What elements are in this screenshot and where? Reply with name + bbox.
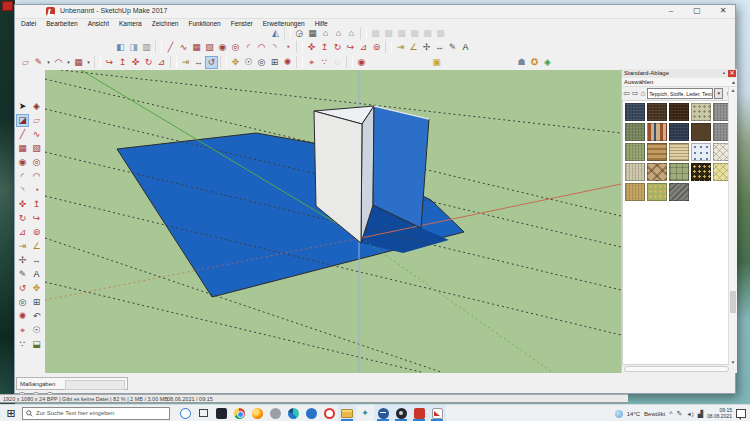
taskbar-media-player-icon[interactable] [392, 405, 410, 421]
material-swatch-carpet-navy-2[interactable] [669, 123, 689, 141]
arc-tool-icon[interactable]: ◜ [16, 170, 29, 183]
tray-chevron-icon[interactable]: ^ [669, 410, 672, 417]
desktop-icon-partial[interactable] [2, 1, 13, 11]
circle-tool-icon[interactable]: ◉ [16, 156, 29, 169]
material-swatch-carpet-gold[interactable] [625, 183, 645, 201]
move-tool-icon[interactable]: ✜ [129, 56, 142, 69]
push-pull-tool-icon[interactable]: ↥ [318, 41, 331, 54]
material-swatch-carpet-navy[interactable] [625, 103, 645, 121]
rectangle-tool-icon[interactable]: ▦ [190, 41, 203, 54]
close-panel-icon[interactable]: ✕ [728, 70, 736, 77]
material-swatch-leather-brown[interactable] [691, 123, 711, 141]
home-icon[interactable]: ⌂ [640, 89, 645, 98]
walk-tool-icon[interactable]: ∵ [16, 338, 29, 351]
pie-tool-icon[interactable]: ◔ [30, 184, 43, 197]
menu-kamera[interactable]: Kamera [115, 20, 146, 27]
material-swatch-fabric-teal-zigzag[interactable] [669, 183, 689, 201]
line-tool-icon[interactable]: ╱ [164, 41, 177, 54]
three-point-arc-tool-icon[interactable]: ◝ [16, 184, 29, 197]
speaker-icon[interactable]: ◄) [686, 411, 693, 417]
zoom-window-tool-icon[interactable]: ⊞ [30, 296, 43, 309]
shadows-icon[interactable]: ◭ [269, 27, 282, 40]
dimension-tool-icon[interactable]: ↔ [30, 254, 43, 267]
menu-bearbeiten[interactable]: Bearbeiten [42, 20, 81, 27]
text3d-tool-icon[interactable]: A [459, 41, 472, 54]
orbit-tool-icon[interactable]: ↺ [205, 56, 218, 69]
minimize-button[interactable]: – [665, 6, 677, 15]
text-tool-icon[interactable]: ✎ [446, 41, 459, 54]
rectangle-tool-icon[interactable]: ▦ [16, 142, 29, 155]
menu-fenster[interactable]: Fenster [227, 20, 257, 27]
taskbar-edge-icon[interactable] [284, 405, 302, 421]
close-button[interactable]: ✕ [717, 6, 729, 15]
taskbar-app-gray-icon[interactable] [266, 405, 284, 421]
dimension-tool-icon[interactable]: ↔ [192, 56, 205, 69]
paint-bucket-tool-icon[interactable]: ◪ [16, 114, 29, 127]
taskbar-firefox-icon[interactable] [248, 405, 266, 421]
action-center-icon[interactable] [736, 409, 746, 418]
line-tool-icon[interactable]: ✎ [32, 56, 45, 69]
dimension-tool-icon[interactable]: ↔ [433, 41, 446, 54]
view-top-icon[interactable]: ▦ [306, 27, 319, 40]
model-info-icon[interactable]: ▣ [430, 56, 443, 69]
material-swatch-wicker-tan[interactable] [647, 143, 667, 161]
collapse-icon[interactable]: ▴ [732, 78, 735, 85]
polygon-tool-icon[interactable]: ◎ [30, 156, 43, 169]
materials-vertical-scrollbar[interactable]: ▲ ▼ [728, 87, 737, 365]
taskbar-app-blue-icon[interactable] [302, 405, 320, 421]
material-swatch-fabric-stripes-multi[interactable] [647, 123, 667, 141]
extension-gem-icon[interactable]: ◈ [541, 56, 554, 69]
warehouse-shield-icon[interactable]: ☗ [515, 56, 528, 69]
back-arrow-icon[interactable]: ⇦ [623, 89, 630, 98]
start-button[interactable]: ⊞ [0, 405, 22, 421]
arc-dropdown-icon[interactable]: ▾ [65, 56, 72, 69]
scale-tool-icon[interactable]: ⊿ [357, 41, 370, 54]
zoom-tool-icon[interactable]: ◎ [255, 56, 268, 69]
view-iso-icon[interactable]: ◶ [293, 27, 306, 40]
orbit-tool-icon[interactable]: ↺ [16, 282, 29, 295]
materials-select-tab[interactable]: Auswählen ▴ [622, 78, 737, 87]
measurements-input[interactable] [65, 380, 125, 390]
pen-icon[interactable]: ✎ [676, 410, 682, 418]
material-swatch-fabric-sage-squares[interactable] [669, 163, 689, 181]
follow-me-tool-icon[interactable]: ↪ [103, 56, 116, 69]
eraser-tool-icon[interactable]: ▱ [30, 114, 43, 127]
material-swatch-carpet-green[interactable] [625, 123, 645, 141]
follow-me-tool-icon[interactable]: ↪ [30, 212, 43, 225]
rotated-rectangle-tool-icon[interactable]: ▧ [203, 41, 216, 54]
material-collection-dropdown[interactable]: Teppich, Stoffe, Leder, Text [647, 88, 713, 99]
offset-tool-icon[interactable]: ⊚ [30, 226, 43, 239]
arc-tool-icon[interactable]: ◜ [242, 41, 255, 54]
two-point-arc-tool-icon[interactable]: ◠ [30, 170, 43, 183]
taskbar-app-dark-icon[interactable] [212, 405, 230, 421]
two-point-arc-tool-icon[interactable]: ◠ [255, 41, 268, 54]
zoom-extents-tool-icon[interactable]: ✺ [281, 56, 294, 69]
material-swatch-fabric-sage-pattern[interactable] [691, 103, 711, 121]
tape-measure-tool-icon[interactable]: ⇥ [179, 56, 192, 69]
material-swatch-fabric-green-dots[interactable] [647, 183, 667, 201]
scroll-up-icon[interactable]: ▲ [729, 87, 737, 93]
circle-tool-icon[interactable]: ◉ [216, 41, 229, 54]
forward-arrow-icon[interactable]: ⇨ [632, 89, 639, 98]
offset-tool-icon[interactable]: ⊚ [370, 41, 383, 54]
pin-icon[interactable]: ▪ [723, 70, 725, 76]
weather-icon[interactable] [615, 410, 623, 418]
look-around-tool-icon[interactable]: ☉ [242, 56, 255, 69]
view-front-icon[interactable]: ⌂ [319, 27, 332, 40]
move-tool-icon[interactable]: ✜ [305, 41, 318, 54]
materials-horizontal-scrollbar[interactable] [624, 366, 729, 372]
style-xray-icon[interactable]: ◨ [127, 41, 140, 54]
next-view-icon[interactable]: ◉ [355, 56, 368, 69]
material-swatch-carpet-olive[interactable] [625, 143, 645, 161]
follow-me-tool-icon[interactable]: ↪ [344, 41, 357, 54]
protractor-tool-icon[interactable]: ∠ [407, 41, 420, 54]
menu-funktionen[interactable]: Funktionen [184, 20, 224, 27]
push-pull-tool-icon[interactable]: ↥ [116, 56, 129, 69]
material-swatch-carpet-brown-dark[interactable] [647, 103, 667, 121]
text-tool-icon[interactable]: ✎ [16, 268, 29, 281]
previous-view-icon[interactable]: ◌ [331, 56, 344, 69]
view-back-icon[interactable]: ⌂ [345, 27, 358, 40]
taskbar-file-explorer-icon[interactable] [338, 405, 356, 421]
zoom-window-tool-icon[interactable]: ⊞ [268, 56, 281, 69]
eraser-tool-icon[interactable]: ▱ [19, 56, 32, 69]
